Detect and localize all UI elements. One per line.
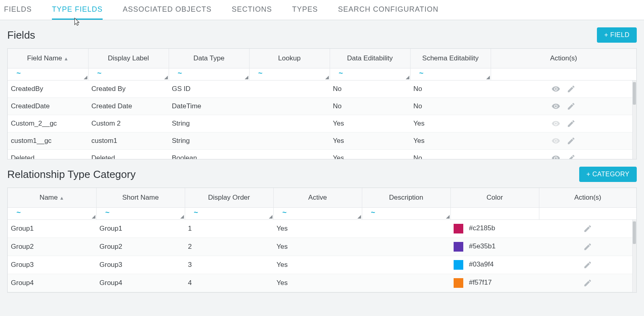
col-header-active[interactable]: Active	[273, 188, 362, 208]
eye-icon[interactable]	[551, 154, 560, 159]
cell-active: Yes	[273, 274, 362, 292]
filter-cell[interactable]: ~	[169, 68, 249, 81]
tab-search-configuration[interactable]: SEARCH CONFIGURATION	[338, 0, 439, 20]
col-header-name[interactable]: Name▲	[8, 188, 96, 208]
filter-cell[interactable]: ~	[8, 68, 88, 81]
cell-data-edit: Yes	[330, 132, 410, 150]
table-row: Group1Group11Yes#c2185b	[8, 220, 636, 238]
table-row: CreatedByCreated ByGS IDNoNo	[8, 81, 636, 98]
tab-associated-objects[interactable]: ASSOCIATED OBJECTS	[123, 0, 212, 20]
filter-cell[interactable]: ~	[362, 208, 450, 220]
filter-resize-icon	[164, 76, 168, 79]
actions-cell	[491, 132, 636, 150]
col-header-short-name[interactable]: Short Name	[96, 188, 185, 208]
cell-name: Group2	[8, 238, 96, 256]
table-row: Custom_2__gcCustom 2StringYesYes	[8, 115, 636, 132]
cell-short: Group3	[96, 256, 185, 274]
filter-cell[interactable]: ~	[330, 68, 410, 81]
cell-schema-edit: No	[410, 150, 491, 159]
category-table: Name▲Short NameDisplay OrderActiveDescri…	[7, 188, 637, 293]
color-swatch	[454, 260, 463, 270]
filter-mode-icon: ~	[371, 209, 376, 217]
table-row: Group3Group33Yes#03a9f4	[8, 256, 636, 274]
col-header-color[interactable]: Color	[450, 188, 539, 208]
category-scrollbar[interactable]	[632, 220, 636, 292]
filter-cell[interactable]: ~	[96, 208, 185, 220]
col-header-data-type[interactable]: Data Type	[169, 49, 249, 68]
cell-desc	[362, 256, 450, 274]
eye-icon[interactable]	[551, 85, 560, 93]
tab-types[interactable]: TYPES	[292, 0, 318, 20]
filter-cell[interactable]: ~	[88, 68, 169, 81]
tab-type-fields[interactable]: TYPE FIELDS	[52, 0, 103, 20]
col-header-field-name[interactable]: Field Name▲	[8, 49, 88, 68]
col-header-action-s-[interactable]: Action(s)	[491, 49, 636, 68]
tab-fields[interactable]: FIELDS	[4, 0, 32, 20]
cell-field-name: CreatedDate	[8, 98, 88, 115]
filter-resize-icon	[269, 215, 272, 219]
pencil-icon[interactable]	[583, 242, 592, 251]
cell-data-type: String	[169, 132, 249, 150]
eye-icon[interactable]	[551, 119, 560, 128]
cell-display-label: Created Date	[88, 98, 169, 115]
cell-lookup	[249, 115, 330, 132]
cell-color: #c2185b	[450, 220, 539, 238]
cell-data-edit: No	[330, 81, 410, 98]
pencil-icon[interactable]	[583, 260, 592, 269]
tab-sections[interactable]: SECTIONS	[232, 0, 272, 20]
cell-display-label: Deleted	[88, 150, 169, 159]
cell-data-type: Boolean	[169, 150, 249, 159]
filter-cell[interactable]	[450, 208, 539, 220]
col-header-display-label[interactable]: Display Label	[88, 49, 169, 68]
cell-data-edit: No	[330, 98, 410, 115]
fields-section-title: Fields	[7, 29, 35, 41]
cell-lookup	[249, 98, 330, 115]
filter-mode-icon: ~	[339, 69, 343, 78]
table-row: Group4Group44Yes#f57f17	[8, 274, 636, 292]
filter-cell[interactable]: ~	[8, 208, 96, 220]
cell-short: Group2	[96, 238, 185, 256]
actions-cell	[491, 150, 636, 159]
pencil-icon[interactable]	[567, 85, 576, 93]
cell-schema-edit: No	[410, 81, 491, 98]
pencil-icon[interactable]	[567, 136, 576, 145]
cell-field-name: CreatedBy	[8, 81, 88, 98]
add-field-button[interactable]: + FIELD	[597, 27, 637, 43]
filter-resize-icon	[357, 215, 361, 219]
color-hex-label: #f57f17	[469, 279, 492, 286]
filter-cell[interactable]	[539, 208, 636, 220]
pencil-icon[interactable]	[583, 279, 592, 287]
col-header-display-order[interactable]: Display Order	[185, 188, 273, 208]
pencil-icon[interactable]	[583, 224, 592, 233]
col-header-description[interactable]: Description	[362, 188, 450, 208]
fields-scrollbar[interactable]	[632, 81, 636, 159]
filter-mode-icon: ~	[283, 209, 287, 217]
pencil-icon[interactable]	[567, 154, 576, 159]
actions-cell	[539, 238, 636, 256]
add-category-button[interactable]: + CATEGORY	[579, 167, 637, 182]
actions-cell	[491, 81, 636, 98]
eye-icon[interactable]	[551, 136, 560, 145]
cell-desc	[362, 238, 450, 256]
col-header-lookup[interactable]: Lookup	[249, 49, 330, 68]
filter-cell[interactable]: ~	[249, 68, 330, 81]
actions-cell	[539, 220, 636, 238]
table-row: custom1__gccustom1StringYesYes	[8, 132, 636, 150]
filter-resize-icon	[446, 215, 450, 219]
cell-data-edit: Yes	[330, 115, 410, 132]
eye-icon[interactable]	[551, 102, 560, 111]
filter-cell[interactable]	[491, 68, 636, 81]
col-header-action-s-[interactable]: Action(s)	[539, 188, 636, 208]
filter-cell[interactable]: ~	[273, 208, 362, 220]
actions-cell	[491, 115, 636, 132]
filter-resize-icon	[325, 76, 329, 79]
cell-desc	[362, 274, 450, 292]
cell-active: Yes	[273, 220, 362, 238]
pencil-icon[interactable]	[567, 119, 576, 128]
cell-data-type: GS ID	[169, 81, 249, 98]
col-header-schema-editability[interactable]: Schema Editability	[410, 49, 491, 68]
col-header-data-editability[interactable]: Data Editability	[330, 49, 410, 68]
filter-cell[interactable]: ~	[185, 208, 273, 220]
filter-cell[interactable]: ~	[410, 68, 491, 81]
pencil-icon[interactable]	[567, 102, 576, 111]
